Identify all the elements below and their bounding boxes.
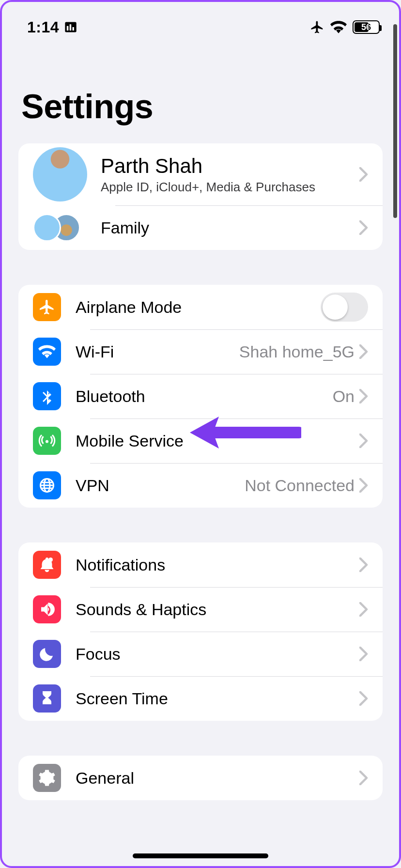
- wifi-label: Wi-Fi: [76, 342, 239, 361]
- chevron-right-icon: [359, 602, 368, 617]
- bell-icon: [33, 551, 61, 579]
- page-title: Settings: [2, 41, 399, 143]
- family-avatars: [33, 212, 87, 244]
- chevron-right-icon: [359, 691, 368, 706]
- bluetooth-label: Bluetooth: [76, 387, 333, 406]
- notifications-row[interactable]: Notifications: [18, 542, 383, 587]
- globe-icon: [33, 471, 61, 499]
- home-indicator[interactable]: [133, 853, 268, 858]
- airplane-label: Airplane Mode: [76, 298, 321, 317]
- profile-subtitle: Apple ID, iCloud+, Media & Purchases: [101, 180, 359, 195]
- gear-icon: [33, 764, 61, 792]
- vpn-row[interactable]: VPN Not Connected: [18, 463, 383, 508]
- general-label: General: [76, 769, 359, 788]
- svg-rect-3: [73, 27, 75, 31]
- chevron-right-icon: [359, 558, 368, 572]
- attention-group: Notifications Sounds & Haptics Focus Scr…: [18, 542, 383, 721]
- apple-id-row[interactable]: Parth Shah Apple ID, iCloud+, Media & Pu…: [18, 143, 383, 205]
- status-right: 56: [310, 20, 380, 34]
- sounds-label: Sounds & Haptics: [76, 600, 359, 619]
- chevron-right-icon: [359, 220, 368, 235]
- moon-icon: [33, 640, 61, 668]
- chevron-right-icon: [359, 434, 368, 448]
- notifications-label: Notifications: [76, 556, 359, 574]
- mobile-label: Mobile Service: [76, 432, 359, 450]
- system-group: General: [18, 756, 383, 800]
- status-bar: 1:14 56: [2, 2, 399, 41]
- family-label: Family: [101, 218, 359, 237]
- vpn-label: VPN: [76, 476, 245, 495]
- scrollbar[interactable]: [393, 24, 397, 218]
- family-row[interactable]: Family: [18, 205, 383, 250]
- network-group: Airplane Mode Wi-Fi Shah home_5G Bluetoo…: [18, 285, 383, 508]
- airplane-mode-status-icon: [310, 20, 324, 34]
- screen-time-row[interactable]: Screen Time: [18, 676, 383, 721]
- chevron-right-icon: [359, 771, 368, 785]
- profile-group: Parth Shah Apple ID, iCloud+, Media & Pu…: [18, 143, 383, 250]
- chevron-right-icon: [359, 167, 368, 182]
- speaker-icon: [33, 595, 61, 623]
- avatar: [33, 147, 87, 202]
- wifi-row[interactable]: Wi-Fi Shah home_5G: [18, 329, 383, 374]
- chevron-right-icon: [359, 647, 368, 661]
- activity-icon: [64, 20, 77, 34]
- profile-name: Parth Shah: [101, 155, 359, 178]
- sounds-row[interactable]: Sounds & Haptics: [18, 587, 383, 632]
- airplane-mode-row[interactable]: Airplane Mode: [18, 285, 383, 329]
- general-row[interactable]: General: [18, 756, 383, 800]
- svg-rect-2: [70, 24, 72, 31]
- screen-time-label: Screen Time: [76, 689, 359, 708]
- svg-point-6: [48, 558, 53, 562]
- svg-rect-1: [67, 26, 69, 31]
- bluetooth-value: On: [333, 387, 355, 406]
- status-left: 1:14: [27, 18, 77, 36]
- status-time: 1:14: [27, 18, 59, 36]
- battery-indicator: 56: [353, 20, 380, 34]
- focus-row[interactable]: Focus: [18, 632, 383, 676]
- battery-percent: 56: [361, 22, 371, 32]
- airplane-toggle[interactable]: [321, 293, 368, 322]
- airplane-icon: [33, 293, 61, 321]
- chevron-right-icon: [359, 478, 368, 493]
- bluetooth-row[interactable]: Bluetooth On: [18, 374, 383, 418]
- bluetooth-icon: [33, 382, 61, 410]
- focus-label: Focus: [76, 645, 359, 664]
- vpn-value: Not Connected: [245, 476, 355, 495]
- chevron-right-icon: [359, 389, 368, 403]
- wifi-value: Shah home_5G: [239, 342, 355, 361]
- wifi-icon: [33, 338, 61, 366]
- antenna-icon: [33, 427, 61, 455]
- hourglass-icon: [33, 684, 61, 713]
- mobile-service-row[interactable]: Mobile Service: [18, 418, 383, 463]
- chevron-right-icon: [359, 344, 368, 359]
- wifi-status-icon: [330, 21, 347, 33]
